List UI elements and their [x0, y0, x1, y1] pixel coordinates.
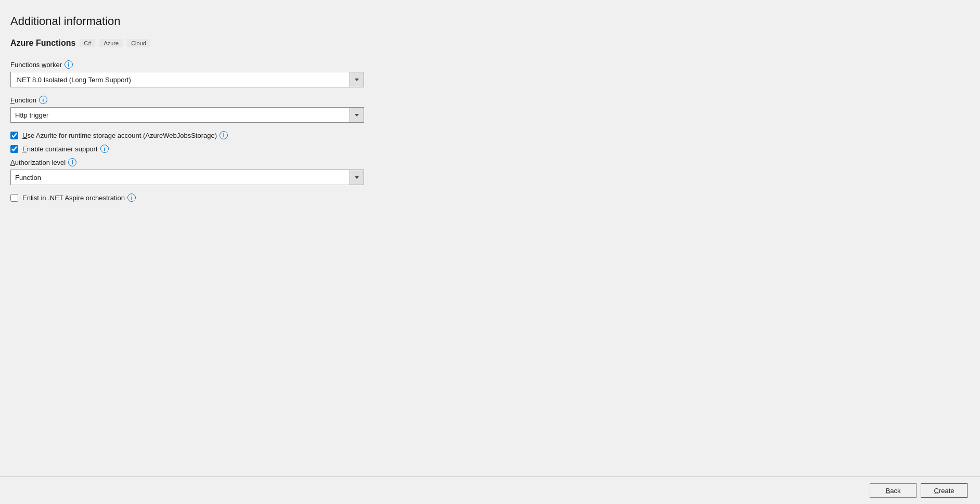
- enable-container-row: Enable container support i: [10, 145, 375, 153]
- main-container: Additional information Azure Functions C…: [0, 0, 980, 476]
- use-azurite-info-icon[interactable]: i: [220, 131, 228, 139]
- use-azurite-label[interactable]: Use Azurite for runtime storage account …: [22, 131, 228, 139]
- subtitle-text: Azure Functions: [10, 38, 75, 48]
- enlist-aspire-info-icon[interactable]: i: [127, 193, 136, 202]
- badge-cloud: Cloud: [127, 39, 150, 47]
- function-select-wrapper: Http trigger Timer trigger Blob trigger …: [10, 107, 364, 123]
- enable-container-checkbox[interactable]: [10, 145, 18, 153]
- enlist-aspire-checkbox[interactable]: [10, 194, 18, 202]
- badge-csharp: C#: [80, 39, 95, 47]
- enable-container-label-text: Enable container support: [22, 145, 98, 153]
- authorization-level-select[interactable]: Function Anonymous Admin: [10, 170, 364, 185]
- function-group: Function i Http trigger Timer trigger Bl…: [10, 96, 375, 123]
- function-select[interactable]: Http trigger Timer trigger Blob trigger …: [10, 107, 364, 123]
- create-button[interactable]: Create: [921, 483, 968, 498]
- function-label-text: Function: [10, 96, 36, 104]
- back-button-label: Back: [886, 487, 901, 495]
- enable-container-info-icon[interactable]: i: [100, 145, 109, 153]
- subtitle-row: Azure Functions C# Azure Cloud: [10, 38, 963, 48]
- back-button[interactable]: Back: [870, 483, 917, 498]
- function-info-icon[interactable]: i: [39, 96, 47, 104]
- create-button-label: Create: [934, 487, 954, 495]
- authorization-level-group: Authorization level i Function Anonymous…: [10, 158, 375, 185]
- authorization-level-label-text: Authorization level: [10, 159, 66, 166]
- enlist-aspire-label[interactable]: Enlist in .NET Aspire orchestration i: [22, 193, 136, 202]
- authorization-level-info-icon[interactable]: i: [68, 158, 76, 166]
- use-azurite-label-text: Use Azurite for runtime storage account …: [22, 132, 217, 139]
- functions-worker-select[interactable]: .NET 8.0 Isolated (Long Term Support) .N…: [10, 72, 364, 87]
- functions-worker-label: Functions worker i: [10, 60, 375, 69]
- form-section: Functions worker i .NET 8.0 Isolated (Lo…: [10, 60, 375, 202]
- functions-worker-info-icon[interactable]: i: [65, 60, 73, 69]
- page-title: Additional information: [10, 15, 963, 28]
- footer: Back Create: [0, 476, 980, 504]
- enable-container-label[interactable]: Enable container support i: [22, 145, 109, 153]
- use-azurite-row: Use Azurite for runtime storage account …: [10, 131, 375, 139]
- authorization-level-label: Authorization level i: [10, 158, 375, 166]
- enlist-aspire-label-text: Enlist in .NET Aspire orchestration: [22, 194, 125, 202]
- functions-worker-select-wrapper: .NET 8.0 Isolated (Long Term Support) .N…: [10, 72, 364, 87]
- functions-worker-label-text: Functions worker: [10, 61, 62, 69]
- function-label: Function i: [10, 96, 375, 104]
- functions-worker-group: Functions worker i .NET 8.0 Isolated (Lo…: [10, 60, 375, 87]
- authorization-level-select-wrapper: Function Anonymous Admin: [10, 170, 364, 185]
- badge-azure: Azure: [99, 39, 123, 47]
- enlist-aspire-row: Enlist in .NET Aspire orchestration i: [10, 193, 375, 202]
- use-azurite-checkbox[interactable]: [10, 132, 18, 139]
